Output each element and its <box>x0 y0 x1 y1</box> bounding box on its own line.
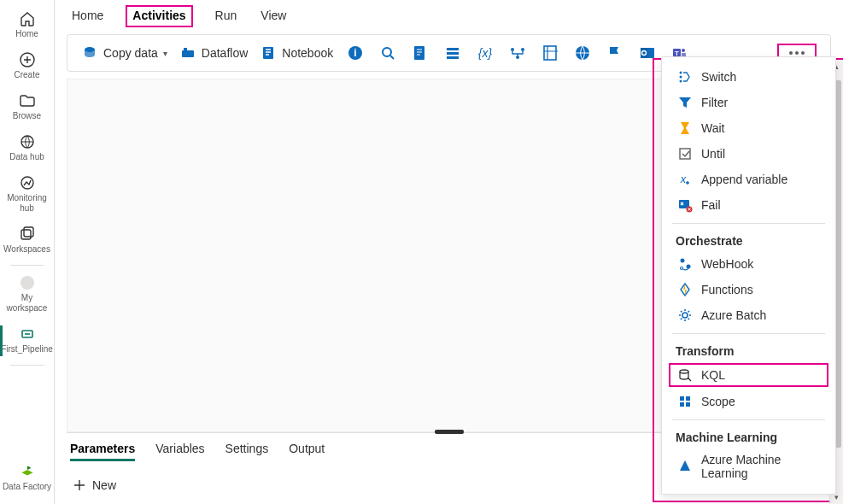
svg-rect-46 <box>686 396 690 401</box>
list-button[interactable] <box>442 43 463 63</box>
tab-parameters[interactable]: Parameters <box>70 442 135 461</box>
azure-ml-icon <box>677 459 693 474</box>
dd-until[interactable]: Until <box>662 141 835 167</box>
dd-azure-batch[interactable]: Azure Batch <box>662 302 835 328</box>
svg-rect-10 <box>263 47 273 59</box>
variable-button[interactable]: {x} <box>475 43 495 63</box>
chevron-down-icon: ▾ <box>163 49 167 58</box>
append-var-icon: x <box>677 172 693 187</box>
template-button[interactable] <box>540 43 560 63</box>
nav-datahub[interactable]: Data hub <box>0 128 54 169</box>
dd-filter[interactable]: Filter <box>662 90 835 115</box>
globe-icon <box>574 44 591 62</box>
nav-label: Browse <box>13 111 41 121</box>
dd-scope[interactable]: Scope <box>662 389 835 414</box>
workspace-avatar-icon <box>19 274 36 291</box>
flow-button[interactable] <box>507 43 528 63</box>
svg-rect-8 <box>182 50 194 57</box>
switch-icon <box>677 69 693 85</box>
svg-rect-45 <box>680 396 684 401</box>
search-icon <box>379 44 396 62</box>
tab-settings[interactable]: Settings <box>225 442 269 461</box>
copy-data-button[interactable]: Copy data ▾ <box>81 44 167 62</box>
dd-separator <box>672 223 825 224</box>
svg-point-31 <box>795 51 799 55</box>
plus-icon <box>73 479 85 491</box>
tab-activities[interactable]: Activities <box>126 5 192 27</box>
svg-rect-22 <box>544 46 556 60</box>
variable-icon: {x} <box>476 44 495 62</box>
dd-wait[interactable]: Wait <box>662 115 835 141</box>
dd-label: KQL <box>701 368 725 382</box>
nav-workspaces[interactable]: Workspaces <box>0 220 54 261</box>
dd-label: Filter <box>701 96 728 109</box>
flag-button[interactable] <box>605 43 625 63</box>
dd-functions[interactable]: Functions <box>662 277 835 302</box>
svg-point-29 <box>682 49 685 52</box>
nav-label: Data hub <box>9 152 44 162</box>
web-button[interactable] <box>572 43 593 63</box>
scope-icon <box>677 394 693 409</box>
datahub-icon <box>19 133 36 150</box>
nav-browse[interactable]: Browse <box>0 87 54 128</box>
svg-point-43 <box>682 313 688 318</box>
panel-resize-handle[interactable] <box>435 430 464 434</box>
script-button[interactable] <box>410 43 430 63</box>
left-nav: Home Create Browse Data hub Monitoring h… <box>0 0 55 504</box>
svg-point-30 <box>789 51 793 55</box>
dd-fail[interactable]: Fail <box>662 192 835 218</box>
svg-rect-4 <box>24 227 33 237</box>
tab-home[interactable]: Home <box>70 5 105 27</box>
nav-separator <box>10 265 44 266</box>
dd-label: Functions <box>701 283 753 296</box>
notebook-label: Notebook <box>282 46 333 60</box>
dataflow-button[interactable]: Dataflow <box>179 44 248 62</box>
nav-home[interactable]: Home <box>0 5 54 46</box>
outlook-icon <box>639 44 656 62</box>
tab-run[interactable]: Run <box>214 5 239 27</box>
main-area: Home Activities Run View Copy data ▾ Dat… <box>55 0 843 504</box>
svg-point-19 <box>511 48 514 51</box>
nav-pipeline[interactable]: First_Pipeline <box>0 320 54 361</box>
pipeline-icon <box>19 325 36 343</box>
dd-append-variable[interactable]: x Append variable <box>662 167 835 192</box>
new-label: New <box>92 478 116 492</box>
folder-icon <box>19 92 36 109</box>
nav-create[interactable]: Create <box>0 46 54 87</box>
dd-heading-transform: Transform <box>662 339 835 361</box>
nav-separator <box>10 365 44 366</box>
dd-azure-ml[interactable]: Azure Machine Learning <box>662 448 835 485</box>
tab-variables[interactable]: Variables <box>155 442 204 461</box>
svg-point-34 <box>680 76 682 79</box>
nav-datafactory[interactable]: Data Factory <box>0 456 54 499</box>
svg-point-40 <box>681 259 685 263</box>
svg-text:i: i <box>354 47 357 59</box>
template-icon <box>542 44 558 62</box>
dd-switch[interactable]: Switch <box>662 64 835 90</box>
notebook-button[interactable]: Notebook <box>260 44 333 62</box>
dataflow-label: Dataflow <box>202 46 248 60</box>
list-icon <box>444 44 461 62</box>
svg-rect-16 <box>447 52 459 55</box>
dd-label: Fail <box>701 198 721 212</box>
dd-kql[interactable]: KQL <box>669 363 828 387</box>
gear-icon <box>677 308 693 323</box>
svg-rect-36 <box>680 149 690 159</box>
svg-point-13 <box>383 48 391 56</box>
search-activity-button[interactable] <box>378 43 398 63</box>
info-button[interactable]: i <box>345 43 366 63</box>
nav-monitoring[interactable]: Monitoring hub <box>0 169 54 220</box>
dd-heading-orchestrate: Orchestrate <box>662 229 835 251</box>
tab-view[interactable]: View <box>259 5 288 27</box>
outlook-button[interactable] <box>637 43 658 63</box>
nav-label: My workspace <box>2 293 52 314</box>
dd-webhook[interactable]: WebHook <box>662 251 835 277</box>
svg-point-21 <box>516 56 519 59</box>
dataflow-icon <box>179 44 196 62</box>
nav-myworkspace[interactable]: My workspace <box>0 269 54 320</box>
svg-text:x: x <box>680 173 687 185</box>
until-icon <box>677 146 693 161</box>
kql-icon <box>677 367 693 383</box>
svg-rect-17 <box>447 56 459 59</box>
tab-output[interactable]: Output <box>289 442 325 461</box>
